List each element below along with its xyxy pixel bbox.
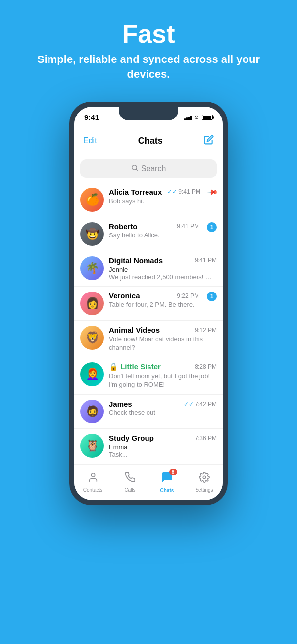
hero-title: Fast: [15, 20, 282, 48]
status-icons: ⊙: [184, 114, 213, 120]
phone-screen: 9:41 ⊙ Edit Chats: [74, 107, 223, 500]
chat-time-study: 7:36 PM: [195, 435, 217, 442]
signal-bar-1: [184, 118, 186, 120]
time-james: 7:42 PM: [195, 401, 217, 408]
chat-content-digital: Digital Nomads 9:41 PM Jennie We just re…: [109, 256, 217, 282]
chat-item-sister[interactable]: 👩‍🦰 🔒 Little Sister 8:28 PM Don't tell m…: [74, 357, 223, 395]
chat-preview-study: Task...: [109, 451, 217, 459]
avatar-digital: 🌴: [80, 256, 104, 280]
chat-preview-animal: Vote now! Moar cat videos in this channe…: [109, 335, 217, 352]
avatar-study: 🦉: [80, 434, 104, 458]
chat-time-digital: 9:41 PM: [195, 257, 217, 264]
chat-item-roberto[interactable]: 🤠 Roberto 9:41 PM Say hello to Alice. 1: [74, 217, 223, 251]
wifi-icon: ⊙: [194, 114, 198, 120]
status-bar: 9:41 ⊙: [74, 107, 223, 128]
chat-time-roberto: 9:41 PM: [177, 223, 199, 230]
chat-name-alicia: Alicia Torreaux: [109, 188, 162, 196]
chat-header-roberto: Roberto 9:41 PM: [109, 222, 199, 231]
svg-point-3: [203, 476, 206, 479]
signal-bars: [184, 115, 192, 120]
chat-header-james: James ✓✓ 7:42 PM: [109, 400, 217, 408]
search-bar[interactable]: Search: [80, 159, 217, 178]
battery-icon: [202, 115, 213, 120]
chat-name-study: Study Group: [109, 434, 154, 442]
chat-list: 🍊 Alicia Torreaux ✓✓ 9:41 PM Bob says hi…: [74, 183, 223, 465]
tab-item-calls[interactable]: Calls: [111, 472, 148, 493]
avatar-sister: 👩‍🦰: [80, 362, 104, 386]
chat-name-animal: Animal Videos: [109, 326, 160, 334]
chat-preview-alicia: Bob says hi.: [109, 197, 200, 206]
chat-meta-veronica: 1: [207, 292, 217, 301]
chat-header-animal: Animal Videos 9:12 PM: [109, 326, 217, 334]
contacts-icon: [88, 472, 99, 486]
time-alicia: 9:41 PM: [178, 188, 200, 195]
read-check-alicia: ✓✓: [167, 188, 177, 195]
chat-header-veronica: Veronica 9:22 PM: [109, 292, 199, 300]
chat-item-veronica[interactable]: 👩 Veronica 9:22 PM Table for four, 2 PM.…: [74, 287, 223, 321]
chat-preview-roberto: Say hello to Alice.: [109, 232, 199, 240]
chat-header-alicia: Alicia Torreaux ✓✓ 9:41 PM: [109, 188, 200, 196]
chat-time-alicia: ✓✓ 9:41 PM: [167, 188, 200, 195]
chat-time-sister: 8:28 PM: [195, 363, 217, 370]
chat-header-digital: Digital Nomads 9:41 PM: [109, 256, 217, 265]
chat-header-study: Study Group 7:36 PM: [109, 434, 217, 442]
chat-preview-james: Check these out: [109, 409, 217, 417]
status-time: 9:41: [84, 113, 99, 121]
tab-label-calls: Calls: [124, 487, 135, 493]
chat-item-james[interactable]: 🧔 James ✓✓ 7:42 PM Check these out: [74, 395, 223, 429]
chat-item-alicia[interactable]: 🍊 Alicia Torreaux ✓✓ 9:41 PM Bob says hi…: [74, 183, 223, 217]
hero-subtitle: Simple, reliable and synced across all y…: [15, 52, 282, 81]
tab-item-contacts[interactable]: Contacts: [74, 472, 111, 493]
tab-bar: Contacts Calls 8: [74, 465, 223, 500]
chats-badge-wrapper: 8: [161, 471, 173, 486]
signal-bar-4: [190, 116, 192, 120]
read-check-james: ✓✓: [184, 401, 194, 408]
phone-mockup: 9:41 ⊙ Edit Chats: [69, 102, 228, 505]
tab-item-chats[interactable]: 8 Chats: [148, 471, 186, 493]
chat-item-animal[interactable]: 🦁 Animal Videos 9:12 PM Vote now! Moar c…: [74, 321, 223, 357]
chat-name-roberto: Roberto: [109, 222, 138, 231]
calls-icon: [125, 472, 136, 486]
chat-content-sister: 🔒 Little Sister 8:28 PM Don't tell mom y…: [109, 362, 217, 389]
edit-button[interactable]: Edit: [83, 136, 97, 145]
chat-sender-digital: Jennie: [109, 266, 217, 273]
avatar-alicia: 🍊: [80, 188, 104, 212]
chat-meta-alicia: 📌: [208, 188, 217, 196]
chat-name-veronica: Veronica: [109, 292, 140, 300]
avatar-roberto: 🤠: [80, 222, 104, 246]
battery-fill: [203, 116, 211, 119]
settings-icon: [199, 472, 210, 486]
chat-time-james: ✓✓ 7:42 PM: [184, 401, 217, 408]
avatar-animal: 🦁: [80, 326, 104, 350]
chat-name-james: James: [109, 400, 132, 408]
signal-bar-2: [186, 117, 188, 120]
chats-icon: [161, 473, 173, 486]
search-icon: [131, 164, 138, 173]
chat-sender-study: Emma: [109, 443, 217, 451]
chat-content-alicia: Alicia Torreaux ✓✓ 9:41 PM Bob says hi.: [109, 188, 200, 206]
tab-item-settings[interactable]: Settings: [186, 472, 223, 493]
chat-content-study: Study Group 7:36 PM Emma Task...: [109, 434, 217, 459]
chat-time-animal: 9:12 PM: [195, 327, 217, 334]
signal-bar-3: [188, 117, 190, 120]
notch: [119, 107, 178, 120]
unread-badge-roberto: 1: [207, 222, 217, 232]
chat-content-veronica: Veronica 9:22 PM Table for four, 2 PM. B…: [109, 292, 199, 309]
chat-preview-veronica: Table for four, 2 PM. Be there.: [109, 301, 199, 309]
compose-button[interactable]: [204, 135, 214, 147]
tab-label-contacts: Contacts: [83, 487, 102, 493]
chat-header-sister: 🔒 Little Sister 8:28 PM: [109, 362, 217, 371]
svg-line-1: [136, 169, 137, 171]
chat-content-roberto: Roberto 9:41 PM Say hello to Alice.: [109, 222, 199, 240]
svg-point-2: [91, 473, 95, 477]
chat-content-animal: Animal Videos 9:12 PM Vote now! Moar cat…: [109, 326, 217, 352]
tab-label-settings: Settings: [195, 487, 213, 493]
chat-item-study[interactable]: 🦉 Study Group 7:36 PM Emma Task...: [74, 429, 223, 465]
chat-content-james: James ✓✓ 7:42 PM Check these out: [109, 400, 217, 417]
chat-preview-sister: Don't tell mom yet, but I got the job! I…: [109, 372, 217, 389]
hero-section: Fast Simple, reliable and synced across …: [0, 0, 297, 97]
chats-unread-badge: 8: [169, 469, 177, 475]
search-placeholder: Search: [141, 164, 166, 173]
chat-item-digital[interactable]: 🌴 Digital Nomads 9:41 PM Jennie We just …: [74, 251, 223, 287]
nav-bar: Edit Chats: [74, 128, 223, 154]
